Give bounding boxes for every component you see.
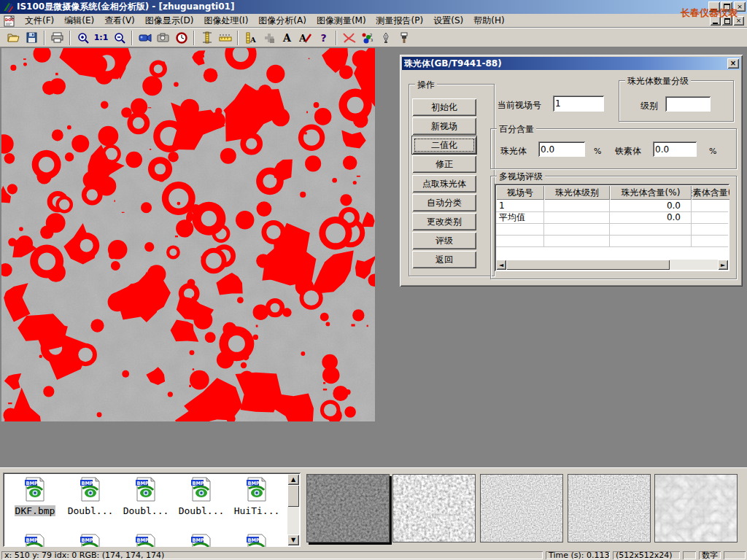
col-pearlite-level[interactable]: 珠光体级别 [544, 185, 610, 200]
video-capture-button[interactable] [136, 30, 154, 46]
table-row[interactable]: 平均值 0.0 [496, 211, 728, 224]
return-button[interactable]: 返回 [412, 251, 476, 268]
table-horizontal-scrollbar[interactable]: ◄ ► [496, 260, 728, 270]
file-item-partial[interactable]: BMP [120, 534, 172, 547]
correct-button[interactable]: 修正 [412, 155, 476, 173]
binarize-button[interactable]: 二值化 [412, 136, 476, 154]
dialog-title-bar[interactable]: 珠光体(GB/T9441-88) × [402, 57, 740, 70]
file-name[interactable]: Doubl... [178, 505, 225, 516]
micrograph-image[interactable] [1, 48, 375, 421]
ruler-measure-button[interactable] [216, 30, 234, 46]
svg-text:BMP: BMP [137, 481, 149, 486]
new-field-button[interactable]: 新视场 [412, 117, 476, 135]
zoom-in-button[interactable] [74, 30, 92, 46]
rating-table[interactable]: 视场号 珠光体级别 珠光体含量(%) 铁素体含量(%) 1 0.0 平均值 0.… [495, 184, 729, 271]
menu-image-measure[interactable]: 图像测量(M) [311, 13, 371, 28]
file-name[interactable]: Doubl... [67, 505, 115, 516]
file-item[interactable]: BMP Doubl... [120, 477, 172, 516]
file-name[interactable]: HuiTi... [233, 505, 281, 516]
auto-classify-button[interactable]: 自动分类 [412, 194, 476, 211]
scrollbar-thumb[interactable] [287, 485, 299, 507]
menu-image-analysis[interactable]: 图像分析(A) [253, 13, 311, 28]
open-file-button[interactable] [4, 30, 23, 46]
file-item-partial[interactable]: BMP [231, 534, 283, 547]
document-system-icon[interactable]: DOC [4, 15, 17, 27]
curve-tool-button[interactable] [340, 30, 358, 46]
change-class-button[interactable]: 更改类别 [412, 213, 476, 230]
init-button[interactable]: 初始化 [412, 98, 476, 116]
col-ferrite-pct[interactable]: 铁素体含量(%) [692, 185, 729, 200]
thumbnail-3[interactable] [480, 474, 563, 542]
scroll-down-arrow-icon[interactable]: ▼ [287, 534, 299, 545]
close-button[interactable]: × [734, 1, 746, 12]
rating-table-header: 视场号 珠光体级别 珠光体含量(%) 铁素体含量(%) [496, 185, 728, 200]
bmp-file-icon: BMP [190, 534, 212, 547]
ferrite-percent-input[interactable] [653, 141, 697, 157]
mdi-restore-button[interactable] [721, 16, 732, 26]
file-item-partial[interactable]: BMP [64, 534, 117, 547]
status-mode: 数字 [699, 551, 721, 559]
dialog-close-button[interactable]: × [727, 58, 739, 69]
zoom-1to1-button[interactable]: 1:1 [92, 30, 110, 46]
file-item[interactable]: BMP Doubl... [175, 477, 228, 516]
scroll-left-arrow-icon[interactable]: ◄ [496, 260, 506, 270]
menu-measure-report[interactable]: 测量报告(P) [371, 13, 429, 28]
file-item[interactable]: BMP Doubl... [64, 477, 117, 516]
table-row-empty [496, 223, 728, 236]
help-button[interactable]: ? [314, 30, 333, 46]
level-input[interactable] [665, 96, 711, 112]
file-name[interactable]: DKF.bmp [15, 505, 56, 516]
menu-view[interactable]: 查看(V) [99, 13, 140, 28]
file-list[interactable]: BMP DKF.bmp BMP Doubl... [3, 472, 301, 547]
scrollbar-thumb[interactable] [506, 260, 670, 270]
clock-icon [176, 32, 187, 44]
grid-overlay-button[interactable] [260, 30, 278, 46]
timer-button[interactable] [172, 30, 190, 46]
brush-tool-button[interactable] [395, 30, 413, 46]
restore-button[interactable] [721, 1, 732, 12]
video-camera-icon [139, 34, 152, 42]
table-row[interactable]: 1 0.0 [496, 200, 728, 212]
annotate-measure-button[interactable]: A [241, 30, 260, 46]
file-name[interactable]: Doubl... [123, 505, 170, 516]
caliper-measure-button[interactable] [198, 30, 216, 46]
file-item[interactable]: BMP DKF.bmp [9, 477, 61, 516]
menu-edit[interactable]: 编辑(E) [59, 13, 99, 28]
minimize-button[interactable] [708, 1, 720, 12]
scroll-up-arrow-icon[interactable]: ▲ [287, 474, 299, 485]
mdi-minimize-button[interactable] [710, 16, 721, 26]
pen-tool-button[interactable] [376, 30, 395, 46]
photo-capture-button[interactable] [154, 30, 172, 46]
thumbnail-4[interactable] [568, 474, 651, 542]
rate-button[interactable]: 评级 [412, 232, 476, 249]
print-button[interactable] [48, 30, 66, 46]
col-pearlite-pct[interactable]: 珠光体含量(%) [610, 185, 692, 200]
menu-image-processing[interactable]: 图像处理(I) [198, 13, 253, 28]
file-item-partial[interactable]: BMP [175, 534, 228, 547]
text-label-button[interactable]: A [278, 30, 296, 46]
file-list-scrollbar[interactable]: ▲ ▼ [287, 474, 299, 545]
col-field-no[interactable]: 视场号 [496, 185, 544, 200]
menu-settings[interactable]: 设置(S) [428, 13, 468, 28]
svg-text:BMP: BMP [248, 481, 260, 486]
zoom-in-icon [77, 32, 89, 44]
svg-text:A: A [249, 36, 256, 44]
menu-image-display[interactable]: 图像显示(D) [140, 13, 199, 28]
phase-classify-button[interactable]: 2 3 [358, 30, 376, 46]
menu-help[interactable]: 帮助(H) [468, 13, 509, 28]
pearlite-percent-input[interactable] [538, 141, 585, 157]
current-field-input[interactable] [553, 96, 604, 112]
file-item-partial[interactable]: BMP [9, 534, 61, 547]
zoom-out-button[interactable] [110, 30, 128, 46]
menu-file[interactable]: 文件(F) [20, 13, 59, 28]
pick-pearlite-button[interactable]: 点取珠光体 [412, 175, 476, 192]
mdi-close-button[interactable]: × [733, 16, 744, 26]
text-edit-button[interactable]: A [296, 30, 314, 46]
thumbnail-1[interactable] [306, 474, 390, 542]
save-button[interactable] [23, 30, 41, 46]
scroll-right-arrow-icon[interactable]: ► [718, 260, 728, 270]
file-item[interactable]: BMP HuiTi... [231, 477, 283, 516]
thumbnail-5[interactable] [654, 474, 738, 542]
cell-ferrite-pct [692, 200, 729, 211]
thumbnail-2[interactable] [392, 474, 476, 542]
